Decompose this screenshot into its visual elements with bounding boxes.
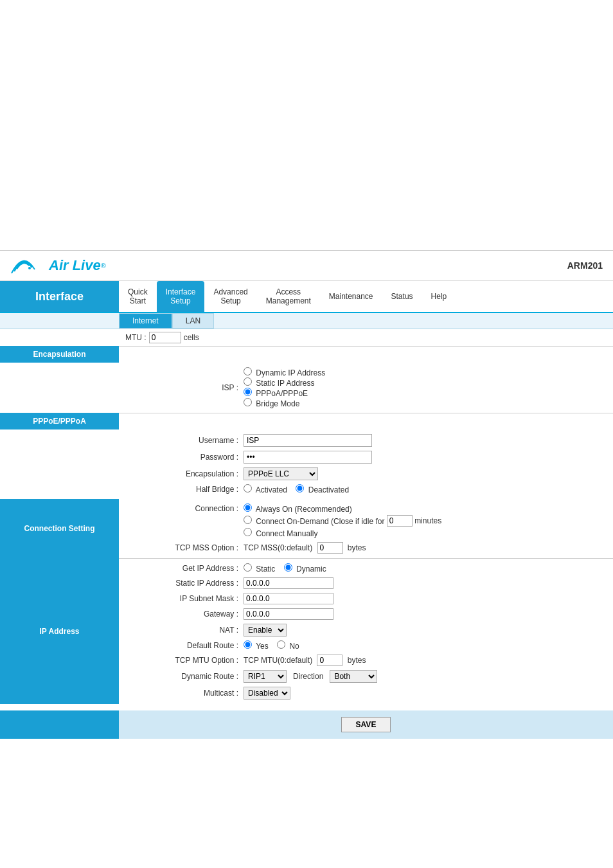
gateway-label: Gateway :: [125, 606, 241, 622]
username-input[interactable]: ISP: [244, 434, 372, 447]
connection-on-demand-label: Connect On-Demand (Close if idle for: [256, 517, 384, 526]
half-bridge-label: Half Bridge :: [125, 482, 241, 496]
tcp-mss-input[interactable]: 0: [317, 542, 343, 554]
isp-pppoa-pppoe-radio[interactable]: [244, 388, 252, 396]
mtu-unit: cells: [184, 333, 199, 342]
encapsulation-label: Encapsulation: [33, 350, 85, 359]
direction-select[interactable]: Both In Only Out Only: [330, 670, 377, 683]
isp-dynamic-ip-radio[interactable]: [244, 367, 252, 375]
ip-address-label: IP Address: [39, 627, 79, 636]
dynamic-route-label: Dynamic Route :: [125, 668, 241, 685]
multicast-label: Multicast :: [125, 685, 241, 701]
half-bridge-activated-radio[interactable]: [244, 484, 252, 493]
username-label: Username :: [125, 432, 241, 449]
tcp-mtu-text: TCP MTU(0:default): [244, 656, 312, 665]
idle-minutes-unit: minutes: [414, 516, 441, 525]
logo: Air Live®: [10, 256, 106, 275]
default-route-no-option[interactable]: No: [277, 642, 299, 651]
isp-pppoa-pppoe-label: PPPoA/PPPoE: [256, 389, 308, 398]
default-route-yes-option[interactable]: Yes: [244, 642, 269, 651]
half-bridge-activated-label: Activated: [256, 485, 287, 494]
pppoe-fields-row: Username : ISP Password : Encapsulation …: [0, 429, 613, 499]
half-bridge-deactivated-radio[interactable]: [296, 484, 304, 493]
tab-internet[interactable]: Internet: [119, 313, 172, 329]
mtu-row: MTU : 0 cells: [0, 329, 613, 346]
subnet-mask-input[interactable]: 0.0.0.0: [244, 593, 333, 604]
gateway-input[interactable]: 0.0.0.0: [244, 608, 333, 620]
nav-access-management[interactable]: AccessManagement: [257, 281, 320, 312]
nav-maintenance[interactable]: Maintenance: [320, 285, 382, 307]
connection-manually-label: Connect Manually: [256, 529, 317, 538]
isp-row: ISP : Dynamic IP Address Static IP Addre…: [0, 363, 613, 413]
sub-nav: Internet LAN: [0, 313, 613, 329]
isp-static-ip-option[interactable]: Static IP Address: [244, 379, 315, 388]
isp-bridge-mode-label: Bridge Mode: [256, 399, 299, 408]
tcp-mss-unit: bytes: [348, 543, 366, 552]
half-bridge-deactivated-option[interactable]: Deactivated: [296, 485, 349, 494]
connection-setting-row: Connection Setting Connection : Always O…: [0, 499, 613, 558]
connection-on-demand-radio[interactable]: [244, 516, 252, 524]
password-input[interactable]: [244, 451, 372, 464]
static-ip-input[interactable]: 0.0.0.0: [244, 577, 333, 589]
nav-interface-setup[interactable]: InterfaceSetup: [157, 281, 205, 312]
mtu-input[interactable]: 0: [149, 332, 181, 343]
encapsulation-header-row: Encapsulation: [0, 346, 613, 363]
connection-always-on-label: Always On (Recommended): [256, 505, 352, 514]
get-ip-dynamic-option[interactable]: Dynamic: [284, 565, 326, 574]
connection-manually-option[interactable]: Connect Manually: [244, 529, 317, 538]
isp-static-ip-radio[interactable]: [244, 377, 252, 386]
save-row: SAVE: [0, 710, 613, 739]
default-route-yes-label: Yes: [256, 642, 269, 651]
nav-interface-label: Interface: [0, 281, 119, 312]
half-bridge-activated-option[interactable]: Activated: [244, 485, 287, 494]
get-ip-dynamic-label: Dynamic: [296, 565, 326, 574]
isp-static-ip-label: Static IP Address: [256, 379, 314, 388]
tab-lan[interactable]: LAN: [172, 313, 214, 329]
connection-on-demand-option[interactable]: Connect On-Demand (Close if idle for: [244, 516, 384, 526]
nav-status[interactable]: Status: [382, 285, 422, 307]
isp-pppoa-pppoe-option[interactable]: PPPoA/PPPoE: [244, 389, 308, 398]
logo-reg: ®: [101, 262, 106, 269]
nat-label: NAT :: [125, 622, 241, 638]
default-route-yes-radio[interactable]: [244, 640, 252, 649]
encapsulation-select[interactable]: PPPoE LLC PPPoA VC-MUX PPPoA LLC: [244, 467, 318, 480]
tcp-mtu-input[interactable]: 0: [317, 655, 342, 666]
logo-wifi-icon: [10, 256, 49, 275]
encapsulation-type-label: Encapsulation :: [125, 466, 241, 482]
nat-select[interactable]: Enable Disable: [244, 624, 287, 637]
header: Air Live® ARM201: [0, 251, 613, 281]
isp-bridge-mode-radio[interactable]: [244, 398, 252, 406]
nav-quick-start[interactable]: QuickStart: [119, 281, 157, 312]
default-route-no-radio[interactable]: [277, 640, 285, 649]
logo-text: Air Live: [49, 257, 101, 274]
connection-manually-radio[interactable]: [244, 528, 252, 536]
pppoe-section-label: PPPoE/PPPoA: [33, 417, 86, 426]
connection-always-on-option[interactable]: Always On (Recommended): [244, 505, 352, 514]
isp-dynamic-ip-label: Dynamic IP Address: [256, 368, 325, 377]
ip-address-row: IP Address Get IP Address : Static Dynam…: [0, 558, 613, 704]
nav-advanced-setup[interactable]: AdvancedSetup: [204, 281, 256, 312]
nav-bar: Interface QuickStart InterfaceSetup Adva…: [0, 281, 613, 313]
password-label: Password :: [125, 449, 241, 466]
nav-items: QuickStart InterfaceSetup AdvancedSetup …: [119, 281, 613, 312]
get-ip-static-radio[interactable]: [244, 563, 252, 572]
connection-always-on-radio[interactable]: [244, 503, 252, 512]
tcp-mtu-unit: bytes: [348, 656, 366, 665]
save-button[interactable]: SAVE: [341, 717, 391, 732]
get-ip-static-option[interactable]: Static: [244, 565, 275, 574]
get-ip-static-label: Static: [256, 565, 275, 574]
default-route-no-label: No: [289, 642, 299, 651]
connection-setting-label: Connection Setting: [24, 524, 95, 533]
isp-bridge-mode-option[interactable]: Bridge Mode: [244, 399, 299, 408]
multicast-select[interactable]: Disabled IGMP v1 IGMP v2: [244, 687, 290, 700]
nav-help[interactable]: Help: [422, 285, 456, 307]
idle-minutes-input[interactable]: 0: [387, 515, 413, 527]
isp-dynamic-ip-option[interactable]: Dynamic IP Address: [244, 368, 325, 377]
connection-label: Connection :: [125, 502, 241, 540]
subnet-mask-label: IP Subnet Mask :: [125, 591, 241, 606]
direction-label: Direction: [293, 672, 323, 681]
svg-point-0: [28, 267, 31, 269]
dynamic-route-select[interactable]: RIP1 RIP2-B RIP2-M: [244, 670, 287, 683]
get-ip-dynamic-radio[interactable]: [284, 563, 292, 572]
tcp-mtu-option-label: TCP MTU Option :: [125, 653, 241, 668]
